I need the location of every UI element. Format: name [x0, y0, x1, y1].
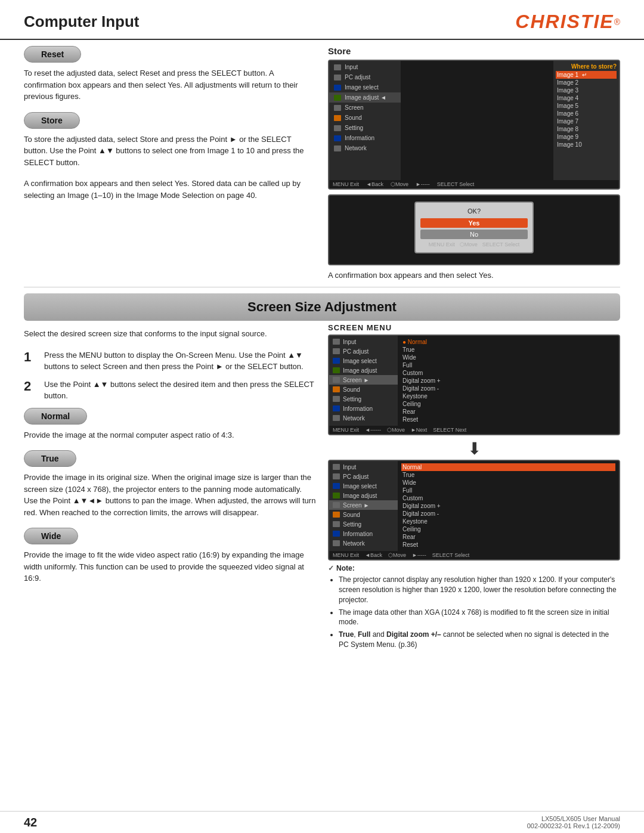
sm1-move: ⬡Move [387, 427, 405, 433]
store-image1: Image 1 ↵ [556, 71, 617, 79]
confirm-no[interactable]: No [420, 230, 528, 239]
setting-icon [334, 125, 341, 131]
pcadjust-icon [334, 75, 341, 80]
sm1-r-full: Full [401, 361, 615, 369]
bottom-section: Select the desired screen size that conf… [0, 323, 644, 688]
store-text-1: To store the adjusted data, select Store… [24, 134, 316, 169]
wide-text: Provide the image to fit the wide video … [24, 549, 316, 584]
store-image5: Image 5 [556, 102, 617, 110]
sm2-setting-icon [333, 521, 340, 527]
sm2-input-icon [333, 464, 340, 470]
store-image6: Image 6 [556, 110, 617, 117]
menu-item-pcadjust: PC adjust [329, 72, 401, 82]
menu-item-imageadjust: Image adjust ◄ [329, 92, 401, 103]
sm2-setting: Setting [329, 519, 398, 529]
sm2-next: ►----- [412, 552, 426, 558]
sm1-footer: MENU Exit ◄------ ⬡Move ►Next SELECT Nex… [329, 426, 619, 434]
store-image8: Image 8 [556, 125, 617, 133]
sm2-pcadjust: PC adjust [329, 472, 398, 481]
screen-menu-1-left: Input PC adjust Image select Image adjus… [329, 336, 398, 426]
screen-size-title: Screen Size Adjustment [24, 293, 620, 321]
sm2-pcadjust-icon [333, 473, 340, 479]
screen-intro: Select the desired screen size that conf… [24, 328, 316, 340]
sm2-imageadjust-icon [333, 493, 340, 498]
sm1-r-keystone: Keystone [401, 392, 615, 400]
sm2-imageselect: Image select [329, 481, 398, 491]
true-button[interactable]: True [24, 450, 76, 467]
sm1-network: Network [329, 413, 398, 423]
sm1-info-icon [333, 405, 340, 411]
note-list: The projector cannot display any resolut… [328, 575, 620, 650]
footer-sel: SELECT Select [437, 181, 474, 187]
sm2-imageselect-icon [333, 483, 340, 489]
sm2-r-normal: Normal [401, 463, 615, 471]
imageadjust-icon [334, 95, 341, 101]
confirm-box: OK? Yes No MENU Exit ⬡Move SELECT Select [414, 202, 534, 253]
footer-select: ►----- [416, 181, 430, 187]
sm1-r-true: True [401, 346, 615, 354]
step-1-num: 1 [24, 349, 38, 373]
sm1-r-dzoomm: Digital zoom - [401, 385, 615, 392]
confirm-ok-text: OK? [420, 208, 528, 215]
step-2-row: 2 Use the Point ▲▼ buttons select the de… [24, 379, 316, 402]
true-text: Provide the image in its original size. … [24, 472, 316, 518]
reset-button[interactable]: Reset [24, 46, 81, 63]
sm1-pcadjust: PC adjust [329, 346, 398, 356]
screen-size-banner: Screen Size Adjustment [24, 293, 620, 321]
screen-left-col: Select the desired screen size that conf… [24, 323, 316, 652]
note-2: The image data other than XGA (1024 x 76… [339, 608, 620, 628]
store-button[interactable]: Store [24, 112, 80, 129]
note-1: The projector cannot display any resolut… [339, 575, 620, 605]
screen-right-col: SCREEN MENU Input PC adjust Image select… [328, 323, 620, 652]
step-2-num: 2 [24, 379, 38, 402]
screen-menu-2-right: Normal True Wide Full Custom Digital zoo… [398, 461, 619, 551]
arrow-down: ⬇ [328, 439, 620, 459]
sm1-sound: Sound [329, 385, 398, 394]
information-icon [334, 135, 341, 141]
sm2-move: ⬡Move [388, 552, 406, 558]
screen-menu-title: SCREEN MENU [328, 323, 620, 332]
normal-button[interactable]: Normal [24, 408, 87, 425]
sm1-screen: Screen ► [329, 375, 398, 385]
sm1-imageselect-icon [333, 358, 340, 364]
footer-model: LX505/LX605 User Manual [527, 815, 620, 822]
page-header: Computer Input CHRISTIE® [0, 0, 644, 40]
sm1-back: ◄------ [365, 427, 381, 433]
step-2-text: Use the Point ▲▼ buttons select the desi… [44, 379, 316, 402]
menu-item-screen: Screen [329, 103, 401, 113]
sm1-imageadjust-icon [333, 367, 340, 373]
store-section-right: Store Input PC adjust Image select Image… [328, 46, 620, 281]
sm1-sel: SELECT Next [433, 427, 466, 433]
left-column: Reset To reset the adjusted data, select… [24, 46, 316, 281]
menu-item-imageselect: Image select [329, 82, 401, 92]
sm1-r-reset: Reset [401, 416, 615, 423]
sm1-information: Information [329, 404, 398, 413]
wide-button[interactable]: Wide [24, 528, 78, 544]
sm2-r-keystone: Keystone [401, 518, 615, 525]
step-1-row: 1 Press the MENU button to display the O… [24, 349, 316, 373]
input-icon [334, 64, 341, 70]
sm2-r-dzoomm: Digital zoom - [401, 510, 615, 518]
page-number: 42 [24, 816, 37, 829]
screen-menu-2: Input PC adjust Image select Image adjus… [328, 460, 620, 561]
store-menu-right: Where to store? Image 1 ↵ Image 2 Image … [553, 61, 619, 180]
sm1-r-dzoomp: Digital zoom + [401, 377, 615, 385]
sm1-r-custom: Custom [401, 369, 615, 377]
note-3-text: True, Full and Digital zoom +/– cannot b… [339, 630, 609, 649]
page-title: Computer Input [24, 13, 140, 31]
store-image3: Image 3 [556, 86, 617, 94]
store-image2: Image 2 [556, 79, 617, 86]
screen-icon [334, 105, 341, 111]
logo-text: CHRISTIE [515, 11, 614, 33]
screen-menu-1: Input PC adjust Image select Image adjus… [328, 335, 620, 435]
footer-right: LX505/LX605 User Manual 002-000232-01 Re… [527, 815, 620, 829]
sm2-sel: SELECT Select [432, 552, 469, 558]
sm1-input: Input [329, 337, 398, 346]
sm1-r-rear: Rear [401, 408, 615, 416]
store-image9: Image 9 [556, 133, 617, 141]
sm2-r-wide: Wide [401, 479, 615, 487]
sm1-sound-icon [333, 386, 340, 392]
sm2-input: Input [329, 462, 398, 472]
confirm-yes[interactable]: Yes [420, 218, 528, 228]
sm1-r-normal: ● Normal [401, 338, 615, 346]
